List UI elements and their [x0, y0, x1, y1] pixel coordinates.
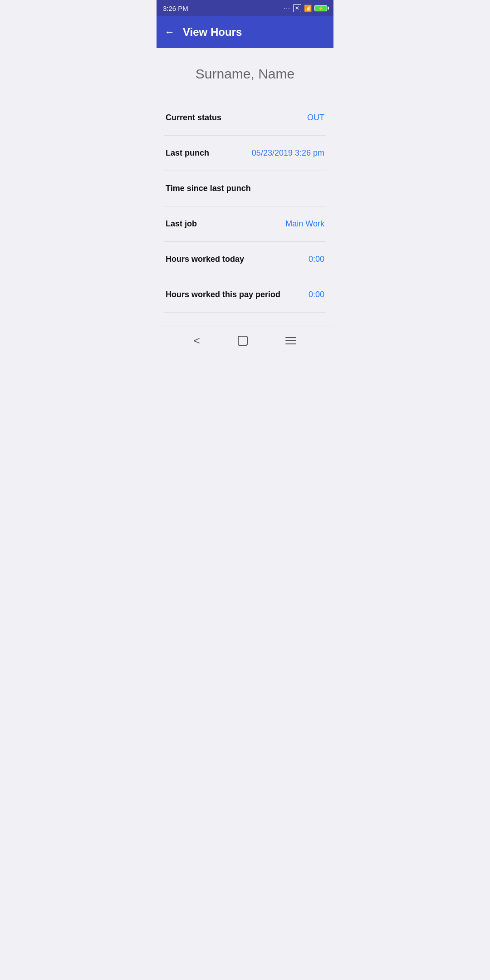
- row-last-job: Last job Main Work: [157, 206, 333, 241]
- label-hours-worked-pay-period: Hours worked this pay period: [166, 290, 280, 299]
- status-bar: 3:26 PM ··· ✕ 📶 ⚡: [157, 0, 333, 16]
- value-time-since-last-punch: [322, 184, 324, 193]
- square-icon: [238, 336, 248, 346]
- label-current-status: Current status: [166, 113, 221, 122]
- row-time-since-last-punch: Time since last punch: [157, 171, 333, 206]
- row-hours-worked-today: Hours worked today 0:00: [157, 242, 333, 277]
- bottom-nav: <: [157, 327, 333, 354]
- label-hours-worked-today: Hours worked today: [166, 255, 244, 264]
- nav-menu-button[interactable]: [285, 337, 296, 344]
- value-last-punch: 05/23/2019 3:26 pm: [252, 148, 324, 158]
- sim-icon: ✕: [293, 4, 301, 12]
- back-button[interactable]: ←: [165, 26, 175, 38]
- content-area: Surname, Name Current status OUT Last pu…: [157, 48, 333, 327]
- row-last-punch: Last punch 05/23/2019 3:26 pm: [157, 136, 333, 171]
- row-current-status: Current status OUT: [157, 100, 333, 135]
- status-icons: ··· ✕ 📶 ⚡: [284, 4, 327, 12]
- wifi-icon: 📶: [304, 5, 312, 12]
- chevron-left-icon: <: [194, 334, 200, 347]
- hamburger-icon: [285, 337, 296, 344]
- signal-dots-icon: ···: [284, 5, 290, 12]
- employee-name: Surname, Name: [157, 48, 333, 100]
- value-last-job: Main Work: [285, 219, 324, 229]
- status-time: 3:26 PM: [163, 5, 188, 12]
- label-time-since-last-punch: Time since last punch: [166, 184, 251, 193]
- battery-icon: ⚡: [314, 5, 327, 11]
- label-last-job: Last job: [166, 219, 197, 229]
- app-bar-title: View Hours: [183, 26, 242, 39]
- value-hours-worked-pay-period: 0:00: [309, 290, 324, 299]
- value-current-status: OUT: [307, 113, 324, 122]
- label-last-punch: Last punch: [166, 148, 209, 158]
- app-bar: ← View Hours: [157, 16, 333, 48]
- nav-back-button[interactable]: <: [194, 334, 200, 347]
- value-hours-worked-today: 0:00: [309, 255, 324, 264]
- row-hours-worked-pay-period: Hours worked this pay period 0:00: [157, 277, 333, 312]
- divider-6: [164, 312, 326, 313]
- battery-lightning-icon: ⚡: [318, 6, 323, 11]
- nav-home-button[interactable]: [238, 336, 248, 346]
